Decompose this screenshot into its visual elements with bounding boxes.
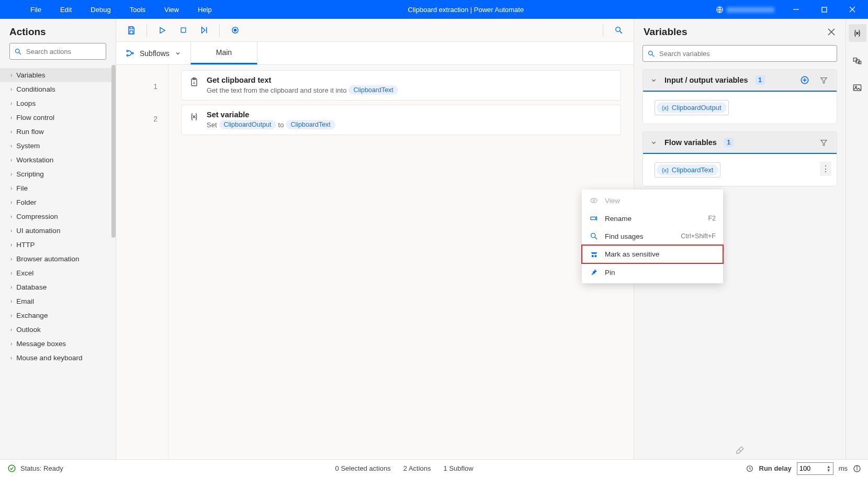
- action-category[interactable]: ›UI automation: [0, 224, 116, 238]
- tab-main[interactable]: Main: [190, 42, 257, 64]
- action-categories-list[interactable]: ›Variables›Conditionals›Loops›Flow contr…: [0, 65, 116, 459]
- action-category-label: HTTP: [16, 241, 35, 249]
- action-category[interactable]: ›Flow control: [0, 110, 116, 125]
- menu-view[interactable]: View: [155, 2, 188, 18]
- window-title: Clipboard extraction | Power Automate: [221, 6, 711, 14]
- menu-file[interactable]: File: [21, 2, 51, 18]
- eraser-icon[interactable]: [634, 443, 846, 459]
- flow-step[interactable]: Set variable Set ClipboardOutput to Clip…: [181, 105, 621, 135]
- record-button[interactable]: [226, 21, 244, 39]
- io-variables-count: 1: [756, 75, 765, 85]
- environment-chip[interactable]: ▮▮▮▮▮▮▮▮▮▮▮▮▮: [711, 4, 780, 15]
- step-button[interactable]: [195, 21, 213, 39]
- variable-pill[interactable]: {x}ClipboardText: [657, 164, 718, 175]
- action-category[interactable]: ›Outlook: [0, 323, 116, 337]
- svg-marker-30: [821, 77, 827, 83]
- maximize-button[interactable]: [812, 0, 836, 19]
- chevron-right-icon: ›: [10, 298, 12, 304]
- stop-button[interactable]: [174, 21, 192, 39]
- action-category[interactable]: ›Database: [0, 280, 116, 294]
- variable-chip: ClipboardOutput: [219, 120, 276, 129]
- flow-variables-header[interactable]: Flow variables 1: [643, 132, 837, 154]
- save-button[interactable]: [122, 21, 140, 39]
- actions-search-input[interactable]: [26, 48, 114, 56]
- minimize-button[interactable]: [784, 0, 808, 19]
- action-category[interactable]: ›File: [0, 181, 116, 195]
- variables-search[interactable]: [642, 45, 837, 62]
- io-variables-header[interactable]: Input / output variables 1: [643, 70, 837, 92]
- svg-rect-35: [859, 61, 861, 64]
- variable-options-button[interactable]: ⋮: [820, 161, 831, 176]
- search-icon: [14, 48, 22, 56]
- flow-variables-group: Flow variables 1 {x}ClipboardText ⋮: [642, 131, 837, 186]
- action-category[interactable]: ›Browser automation: [0, 252, 116, 266]
- filter-icon[interactable]: [818, 75, 829, 86]
- svg-line-26: [652, 54, 654, 57]
- search-flow-button[interactable]: [610, 21, 627, 39]
- action-category[interactable]: ›Exchange: [0, 308, 116, 323]
- chevron-right-icon: ›: [10, 157, 12, 163]
- rail-images-button[interactable]: [849, 79, 866, 96]
- chevron-right-icon: ›: [10, 228, 12, 234]
- action-category-label: System: [16, 142, 40, 150]
- rail-variables-button[interactable]: [849, 24, 866, 42]
- scrollbar-thumb[interactable]: [111, 65, 116, 238]
- context-menu-item-rename[interactable]: RenameF2: [582, 209, 723, 227]
- menu-edit[interactable]: Edit: [51, 2, 81, 18]
- close-panel-button[interactable]: [826, 26, 837, 38]
- subflows-dropdown[interactable]: Subflows: [116, 42, 190, 64]
- info-icon[interactable]: [853, 464, 861, 473]
- variable-icon: [189, 112, 199, 122]
- svg-point-45: [594, 255, 596, 257]
- filter-icon[interactable]: [818, 137, 829, 148]
- variables-search-input[interactable]: [659, 50, 832, 58]
- variable-pill[interactable]: {x}ClipboardOutput: [657, 102, 727, 113]
- context-menu-item-pin[interactable]: Pin: [582, 263, 723, 281]
- action-category[interactable]: ›Folder: [0, 195, 116, 209]
- step-desc-text: Set: [207, 121, 217, 129]
- run-button[interactable]: [153, 21, 171, 39]
- close-window-button[interactable]: [840, 0, 864, 19]
- action-category[interactable]: ›Mouse and keyboard: [0, 351, 116, 365]
- svg-rect-7: [130, 27, 133, 29]
- action-category[interactable]: ›Variables: [0, 68, 116, 82]
- add-variable-button[interactable]: [798, 74, 811, 86]
- chevron-right-icon: ›: [10, 327, 12, 332]
- action-category[interactable]: ›Compression: [0, 209, 116, 224]
- context-menu-label: Pin: [605, 269, 615, 276]
- action-category[interactable]: ›Excel: [0, 266, 116, 280]
- actions-search[interactable]: [9, 43, 106, 60]
- action-category[interactable]: ›System: [0, 139, 116, 153]
- menu-tools[interactable]: Tools: [120, 2, 155, 18]
- view-icon: [589, 196, 599, 205]
- menu-debug[interactable]: Debug: [81, 2, 120, 18]
- rail-ui-elements-button[interactable]: [849, 51, 866, 69]
- spinner-buttons[interactable]: ▲▼: [827, 465, 831, 472]
- action-category[interactable]: ›Loops: [0, 96, 116, 110]
- sensitive-icon: [589, 250, 599, 259]
- ms-label: ms: [839, 464, 848, 472]
- action-category[interactable]: ›Conditionals: [0, 82, 116, 96]
- subflow-bar: Subflows Main: [116, 42, 634, 65]
- action-category[interactable]: ›Workstation: [0, 153, 116, 167]
- context-menu-item-mark-as-sensitive[interactable]: Mark as sensitive: [582, 245, 723, 263]
- action-category[interactable]: ›HTTP: [0, 238, 116, 252]
- subflows-label: Subflows: [140, 49, 170, 58]
- action-category[interactable]: ›Scripting: [0, 167, 116, 181]
- action-category[interactable]: ›Email: [0, 294, 116, 308]
- svg-text:A: A: [193, 81, 196, 85]
- svg-point-14: [234, 29, 236, 31]
- svg-point-5: [16, 49, 20, 53]
- run-delay-input[interactable]: ▲▼: [797, 462, 833, 475]
- context-menu-label: View: [605, 197, 620, 205]
- run-delay-field[interactable]: [799, 464, 820, 472]
- chevron-right-icon: ›: [10, 199, 12, 205]
- action-category-label: Message boxes: [16, 340, 66, 348]
- context-menu-label: Mark as sensitive: [605, 250, 659, 258]
- action-category[interactable]: ›Run flow: [0, 125, 116, 139]
- flow-step[interactable]: A Get clipboard text Get the text from t…: [181, 70, 621, 101]
- context-menu-item-find-usages[interactable]: Find usagesCtrl+Shift+F: [582, 227, 723, 245]
- menu-help[interactable]: Help: [188, 2, 221, 18]
- action-category[interactable]: ›Message boxes: [0, 337, 116, 351]
- svg-point-42: [591, 234, 595, 238]
